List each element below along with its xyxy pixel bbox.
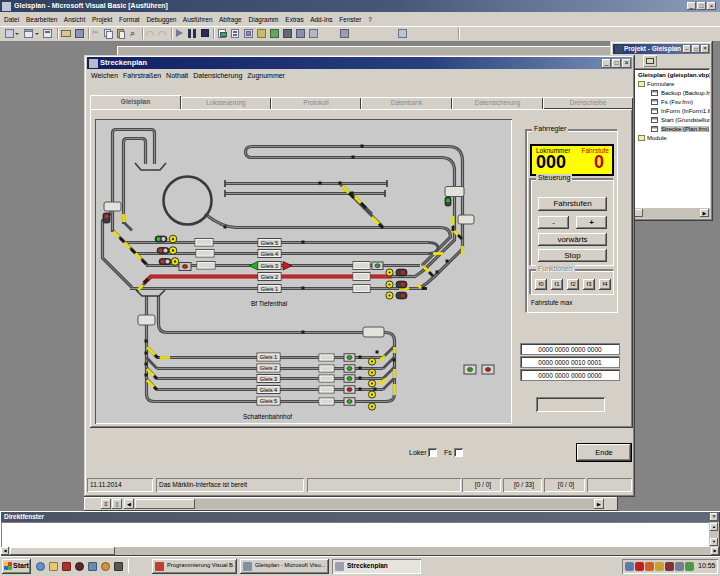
svg-text:Gleis 2: Gleis 2 (261, 274, 278, 280)
svg-text:Gleis 5: Gleis 5 (261, 240, 278, 246)
svg-text:Gleis 3: Gleis 3 (261, 263, 278, 269)
svg-text:Schattenbahnhof: Schattenbahnhof (243, 413, 292, 420)
svg-text:Gleis 5: Gleis 5 (260, 398, 277, 404)
svg-text:Gleis 3: Gleis 3 (260, 376, 277, 382)
svg-text:Gleis 4: Gleis 4 (261, 251, 278, 257)
svg-text:Gleis 2: Gleis 2 (260, 365, 277, 371)
svg-text:Bf Tiefenthal: Bf Tiefenthal (251, 300, 288, 307)
svg-text:Gleis 4: Gleis 4 (260, 387, 277, 393)
svg-text:Gleis 1: Gleis 1 (260, 354, 277, 360)
svg-text:Gleis 1: Gleis 1 (261, 286, 278, 292)
